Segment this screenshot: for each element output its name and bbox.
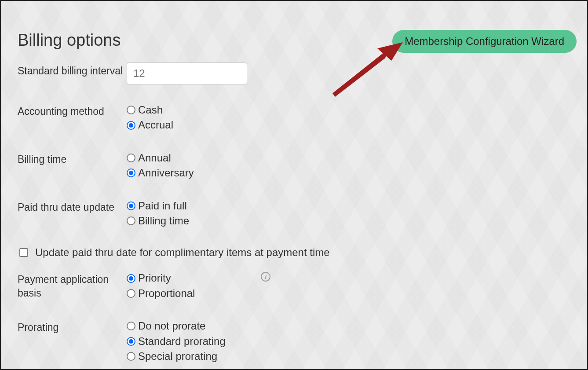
membership-wizard-button[interactable]: Membership Configuration Wizard bbox=[392, 30, 577, 53]
radio-paid-thru-billing-time[interactable] bbox=[127, 216, 135, 225]
label-accounting-method: Accounting method bbox=[18, 103, 127, 118]
radio-payment-proportional[interactable] bbox=[127, 289, 135, 298]
label-standard-billing-interval: Standard billing interval bbox=[18, 62, 127, 78]
radio-billing-anniversary[interactable] bbox=[127, 169, 135, 177]
radio-prorating-none[interactable] bbox=[127, 322, 135, 330]
radio-label-standard-prorating: Standard prorating bbox=[138, 334, 226, 348]
radio-prorating-standard[interactable] bbox=[127, 337, 135, 346]
radio-payment-priority[interactable] bbox=[127, 274, 135, 283]
radio-label-paid-in-full: Paid in full bbox=[138, 199, 187, 213]
radio-label-special-prorating: Special prorating bbox=[138, 349, 217, 363]
radio-label-anniversary: Anniversary bbox=[138, 166, 194, 180]
checkbox-update-paid-thru-complimentary[interactable] bbox=[19, 248, 28, 257]
standard-billing-interval-input[interactable] bbox=[127, 62, 247, 84]
membership-wizard-button-label: Membership Configuration Wizard bbox=[405, 35, 564, 48]
billing-options-form: Standard billing interval Accounting met… bbox=[18, 62, 574, 370]
label-prorating: Prorating bbox=[18, 319, 127, 334]
label-billing-time: Billing time bbox=[18, 151, 127, 166]
radio-label-do-not-prorate: Do not prorate bbox=[138, 319, 205, 333]
radio-label-cash: Cash bbox=[138, 103, 163, 117]
radio-label-accrual: Accrual bbox=[138, 118, 173, 132]
radio-label-priority: Priority bbox=[138, 271, 171, 285]
radio-accounting-accrual[interactable] bbox=[127, 121, 135, 130]
checkbox-label-update-paid-thru-complimentary: Update paid thru date for complimentary … bbox=[35, 246, 330, 259]
page-title: Billing options bbox=[18, 31, 121, 50]
radio-paid-thru-paid-in-full[interactable] bbox=[127, 201, 135, 210]
radio-label-paid-thru-billing-time: Billing time bbox=[138, 214, 189, 228]
radio-label-proportional: Proportional bbox=[138, 286, 195, 300]
radio-billing-annual[interactable] bbox=[127, 154, 135, 162]
info-icon[interactable]: i bbox=[261, 272, 270, 282]
radio-label-annual: Annual bbox=[138, 151, 171, 165]
radio-accounting-cash[interactable] bbox=[127, 106, 135, 114]
label-payment-application-basis: Payment application basis bbox=[18, 271, 127, 300]
radio-prorating-special[interactable] bbox=[127, 352, 135, 361]
label-paid-thru-date-update: Paid thru date update bbox=[18, 199, 127, 214]
